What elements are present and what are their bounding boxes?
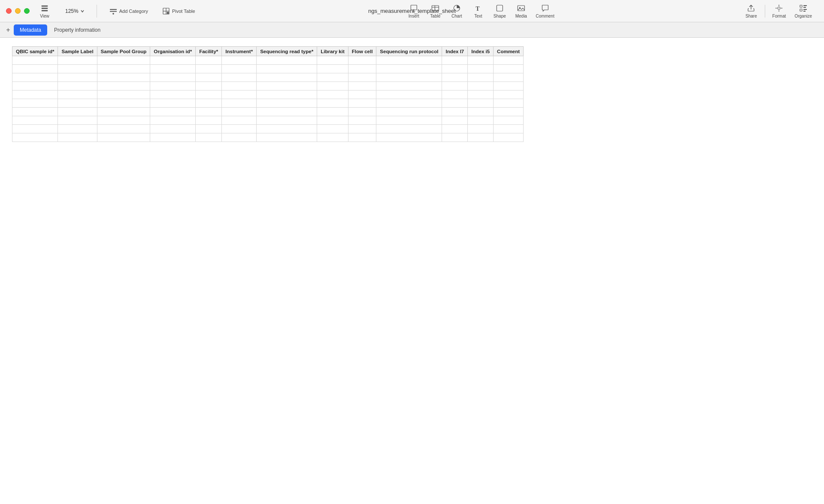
table-cell[interactable] xyxy=(348,82,376,91)
table-cell[interactable] xyxy=(150,116,196,125)
table-cell[interactable] xyxy=(196,56,222,65)
table-cell[interactable] xyxy=(150,65,196,73)
table-column-header[interactable]: Facility* xyxy=(196,47,222,56)
table-cell[interactable] xyxy=(150,73,196,82)
table-cell[interactable] xyxy=(97,133,150,142)
text-button[interactable]: T Text xyxy=(468,2,488,20)
table-cell[interactable] xyxy=(196,91,222,99)
table-column-header[interactable]: Organisation id* xyxy=(150,47,196,56)
maximize-button[interactable] xyxy=(24,8,30,14)
table-cell[interactable] xyxy=(442,133,468,142)
table-cell[interactable] xyxy=(376,99,442,108)
table-cell[interactable] xyxy=(196,99,222,108)
table-cell[interactable] xyxy=(317,99,348,108)
table-cell[interactable] xyxy=(494,116,524,125)
table-cell[interactable] xyxy=(222,125,257,133)
table-cell[interactable] xyxy=(442,82,468,91)
table-cell[interactable] xyxy=(97,65,150,73)
table-cell[interactable] xyxy=(442,56,468,65)
table-cell[interactable] xyxy=(257,91,317,99)
table-cell[interactable] xyxy=(257,56,317,65)
table-cell[interactable] xyxy=(58,73,97,82)
table-cell[interactable] xyxy=(150,91,196,99)
table-cell[interactable] xyxy=(376,108,442,116)
table-cell[interactable] xyxy=(257,73,317,82)
table-cell[interactable] xyxy=(12,125,58,133)
table-cell[interactable] xyxy=(468,82,494,91)
table-cell[interactable] xyxy=(150,99,196,108)
table-cell[interactable] xyxy=(348,108,376,116)
table-cell[interactable] xyxy=(317,116,348,125)
table-cell[interactable] xyxy=(222,65,257,73)
comment-button[interactable]: Comment xyxy=(532,2,557,20)
table-cell[interactable] xyxy=(376,91,442,99)
table-cell[interactable] xyxy=(376,56,442,65)
table-cell[interactable] xyxy=(196,116,222,125)
table-cell[interactable] xyxy=(376,73,442,82)
table-cell[interactable] xyxy=(196,65,222,73)
table-cell[interactable] xyxy=(97,99,150,108)
table-cell[interactable] xyxy=(222,73,257,82)
table-cell[interactable] xyxy=(97,82,150,91)
table-column-header[interactable]: Flow cell xyxy=(348,47,376,56)
table-cell[interactable] xyxy=(376,133,442,142)
table-cell[interactable] xyxy=(348,65,376,73)
table-button[interactable]: Table xyxy=(425,2,445,20)
table-cell[interactable] xyxy=(468,125,494,133)
table-column-header[interactable]: QBIC sample id* xyxy=(12,47,58,56)
shape-button[interactable]: Shape xyxy=(489,2,510,20)
table-cell[interactable] xyxy=(317,65,348,73)
table-cell[interactable] xyxy=(442,99,468,108)
table-cell[interactable] xyxy=(317,73,348,82)
share-button[interactable]: Share xyxy=(741,2,761,20)
table-cell[interactable] xyxy=(12,56,58,65)
table-cell[interactable] xyxy=(12,82,58,91)
table-column-header[interactable]: Sequencing read type* xyxy=(257,47,317,56)
table-cell[interactable] xyxy=(196,133,222,142)
table-cell[interactable] xyxy=(468,108,494,116)
table-cell[interactable] xyxy=(58,108,97,116)
table-cell[interactable] xyxy=(257,82,317,91)
table-cell[interactable] xyxy=(468,116,494,125)
table-cell[interactable] xyxy=(222,99,257,108)
media-button[interactable]: Media xyxy=(511,2,531,20)
table-cell[interactable] xyxy=(150,133,196,142)
table-cell[interactable] xyxy=(12,116,58,125)
table-column-header[interactable]: Library kit xyxy=(317,47,348,56)
table-cell[interactable] xyxy=(12,65,58,73)
table-cell[interactable] xyxy=(442,65,468,73)
pivot-table-button[interactable]: Pivot Table xyxy=(158,5,199,17)
table-cell[interactable] xyxy=(150,82,196,91)
table-cell[interactable] xyxy=(58,125,97,133)
zoom-control[interactable]: 125% Zoom xyxy=(62,6,88,16)
table-cell[interactable] xyxy=(222,108,257,116)
table-column-header[interactable]: Index i5 xyxy=(468,47,494,56)
table-cell[interactable] xyxy=(376,65,442,73)
table-cell[interactable] xyxy=(257,125,317,133)
table-cell[interactable] xyxy=(468,133,494,142)
table-cell[interactable] xyxy=(348,125,376,133)
table-cell[interactable] xyxy=(442,108,468,116)
table-cell[interactable] xyxy=(222,82,257,91)
table-cell[interactable] xyxy=(97,116,150,125)
table-cell[interactable] xyxy=(468,65,494,73)
organize-button[interactable]: Organize xyxy=(791,2,815,20)
table-column-header[interactable]: Sequencing run protocol xyxy=(376,47,442,56)
table-cell[interactable] xyxy=(58,91,97,99)
table-cell[interactable] xyxy=(58,116,97,125)
table-cell[interactable] xyxy=(257,133,317,142)
table-cell[interactable] xyxy=(196,73,222,82)
table-cell[interactable] xyxy=(494,73,524,82)
table-cell[interactable] xyxy=(97,125,150,133)
table-cell[interactable] xyxy=(222,91,257,99)
table-cell[interactable] xyxy=(348,73,376,82)
close-button[interactable] xyxy=(6,8,12,14)
table-cell[interactable] xyxy=(442,125,468,133)
table-cell[interactable] xyxy=(58,99,97,108)
table-cell[interactable] xyxy=(376,82,442,91)
table-cell[interactable] xyxy=(257,65,317,73)
format-button[interactable]: Format xyxy=(769,2,789,20)
table-cell[interactable] xyxy=(58,56,97,65)
table-cell[interactable] xyxy=(468,99,494,108)
table-column-header[interactable]: Comment xyxy=(494,47,524,56)
